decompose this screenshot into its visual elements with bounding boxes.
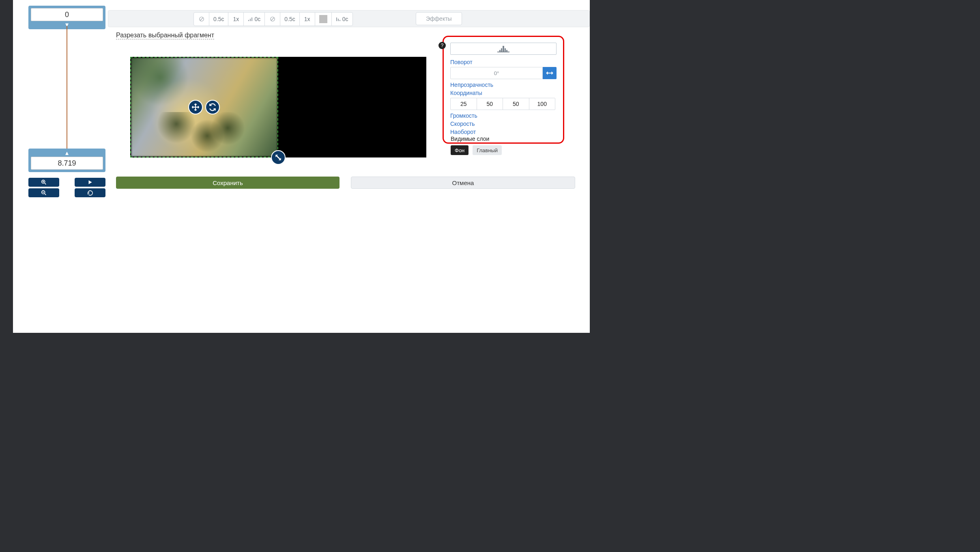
ban-icon: [270, 16, 275, 22]
rotation-input[interactable]: [450, 67, 543, 79]
properties-panel: Поворот Непрозрачность Координаты Громко…: [443, 36, 564, 144]
svg-marker-4: [89, 180, 92, 184]
action-row: Сохранить Отмена: [116, 177, 575, 189]
cut-fragment-link[interactable]: Разрезать выбранный фрагмент: [116, 32, 214, 39]
svg-rect-25: [505, 48, 506, 52]
reload-button[interactable]: [75, 188, 105, 197]
opacity-label[interactable]: Непрозрачность: [450, 82, 557, 88]
svg-line-1: [45, 183, 46, 184]
svg-rect-26: [499, 50, 501, 52]
fade-out-audio[interactable]: 0с: [332, 13, 352, 26]
layer-chip-background[interactable]: Фон: [451, 145, 469, 155]
zoom-in-button[interactable]: [28, 178, 59, 187]
move-icon: [191, 103, 200, 111]
no-transition-out-button[interactable]: [265, 13, 280, 26]
play-icon: [87, 179, 93, 185]
timeline-end-handle[interactable]: ▴: [28, 149, 105, 172]
timeline-column: ▾ ▴: [13, 0, 108, 333]
svg-rect-12: [251, 17, 252, 21]
clip-image-foreground: [146, 112, 248, 152]
volume-label[interactable]: Громкость: [450, 112, 557, 119]
svg-line-9: [200, 18, 203, 21]
layer-chip-main[interactable]: Главный: [473, 145, 502, 155]
svg-rect-17: [340, 20, 340, 21]
resize-handle[interactable]: [271, 150, 286, 165]
cancel-button[interactable]: Отмена: [351, 177, 575, 189]
effects-button[interactable]: Эффекты: [416, 12, 462, 25]
no-transition-in-button[interactable]: [194, 13, 209, 26]
fade-out-audio-value: 0с: [342, 16, 348, 22]
zoom-out-button[interactable]: [28, 188, 59, 197]
speed-label[interactable]: Скорость: [450, 121, 557, 127]
zoom-out-icon: [41, 190, 47, 196]
svg-rect-11: [250, 19, 251, 21]
play-button[interactable]: [75, 178, 105, 187]
layers-title: Видимые слои: [451, 136, 564, 142]
transition-toolbar: 0.5с 1x 0с 0.5с 1x 0с: [193, 12, 353, 26]
fade-in-audio[interactable]: 0с: [244, 13, 265, 26]
background-color-swatch[interactable]: [315, 13, 332, 26]
zoom-in-icon: [41, 179, 47, 185]
svg-rect-24: [501, 48, 502, 52]
color-swatch-icon: [319, 15, 327, 23]
coord-x2-input[interactable]: [503, 98, 529, 110]
svg-line-14: [271, 18, 274, 21]
selected-clip[interactable]: [130, 57, 278, 157]
timeline-track[interactable]: [67, 26, 67, 150]
thumbnail-icon: [497, 45, 509, 52]
resize-icon: [274, 153, 282, 162]
reverse-label[interactable]: Наоборот: [450, 129, 557, 135]
fade-out-duration[interactable]: 0.5с: [280, 13, 299, 26]
clip-thumbnail[interactable]: [450, 43, 557, 55]
sync-icon: [208, 103, 217, 111]
svg-line-6: [45, 194, 46, 195]
fade-in-audio-value: 0с: [254, 16, 260, 22]
coords-label[interactable]: Координаты: [450, 90, 557, 96]
bars-asc-icon: [248, 17, 253, 22]
flip-horizontal-icon: [546, 70, 553, 76]
visible-layers: Видимые слои Фон Главный: [451, 136, 564, 155]
fade-in-duration[interactable]: 0.5с: [209, 13, 228, 26]
svg-rect-15: [336, 17, 337, 21]
flip-horizontal-button[interactable]: [543, 67, 557, 79]
fade-in-speed[interactable]: 1x: [228, 13, 244, 26]
coord-y1-input[interactable]: [477, 98, 503, 110]
coord-x1-input[interactable]: [450, 98, 477, 110]
svg-rect-23: [503, 46, 504, 52]
editor-root: ▾ ▴: [13, 0, 590, 333]
fade-out-speed[interactable]: 1x: [300, 13, 315, 26]
bars-desc-icon: [336, 17, 341, 22]
rotation-label[interactable]: Поворот: [450, 59, 557, 65]
coords-inputs: [450, 98, 557, 110]
help-button[interactable]: ?: [438, 42, 446, 49]
sync-handle[interactable]: [205, 100, 220, 114]
reload-icon: [87, 190, 93, 196]
ban-icon: [199, 16, 204, 22]
caret-up-icon: ▴: [31, 151, 103, 155]
svg-rect-10: [248, 20, 249, 21]
main-column: 0.5с 1x 0с 0.5с 1x 0с Эффекты Разреза: [108, 0, 590, 333]
timeline-start-input[interactable]: [31, 8, 103, 21]
move-handle[interactable]: [188, 100, 203, 114]
preview-canvas[interactable]: [130, 57, 426, 157]
svg-rect-27: [506, 50, 507, 52]
coord-y2-input[interactable]: [529, 98, 556, 110]
save-button[interactable]: Сохранить: [116, 177, 340, 189]
svg-rect-28: [497, 52, 509, 52]
timeline-end-input[interactable]: [31, 157, 103, 170]
top-toolbar: 0.5с 1x 0с 0.5с 1x 0с Эффекты: [108, 10, 590, 27]
svg-rect-16: [338, 19, 339, 21]
svg-line-22: [276, 155, 280, 160]
